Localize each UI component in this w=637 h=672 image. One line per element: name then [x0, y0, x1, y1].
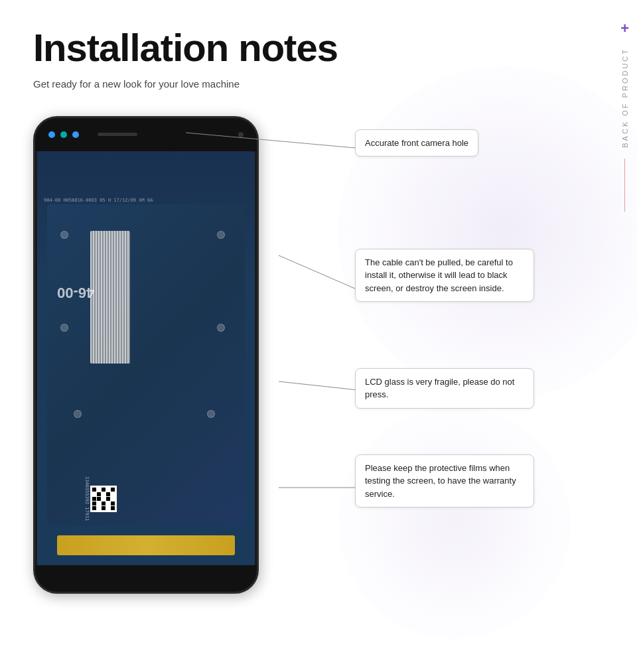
serial-number: 1340355392 17911	[84, 476, 90, 521]
callout-film: Please keep the protective films when te…	[355, 454, 534, 508]
diagram-area: 904-00 H056016-0003 05 H 17/12/09 XM 0A	[33, 116, 604, 614]
qr-cell	[106, 506, 110, 510]
callout-cable: The cable can't be pulled, be careful to…	[355, 249, 534, 302]
qr-cell	[102, 497, 106, 501]
camera-dot-3	[72, 131, 79, 138]
sidebar-right: + BACK OF PRODUCT	[620, 20, 629, 212]
ribbon-cable	[90, 231, 130, 364]
tech-label: 904-00 H056016-0003 05 H 17/12/09 XM 0A	[44, 198, 251, 203]
qr-cell	[106, 502, 110, 505]
qr-cell	[106, 488, 110, 492]
qr-cell	[92, 488, 96, 492]
qr-cell	[111, 502, 115, 505]
pcb-board	[47, 204, 245, 525]
page-subtitle: Get ready for a new look for your love m…	[33, 78, 604, 90]
qr-cell	[111, 488, 115, 492]
pcb-dot-5	[74, 410, 82, 418]
qr-cell	[106, 492, 110, 496]
phone-screen: 904-00 H056016-0003 05 H 17/12/09 XM 0A	[37, 151, 255, 565]
sidebar-divider	[624, 159, 625, 212]
qr-cell	[102, 488, 106, 492]
qr-cell	[102, 502, 106, 505]
qr-cell	[111, 497, 115, 501]
connector-bottom	[57, 535, 235, 555]
pcb-dot-2	[217, 231, 225, 239]
callout-film-text: Please keep the protective films when te…	[365, 463, 516, 499]
qr-cell	[102, 506, 106, 510]
qr-cell	[97, 506, 101, 510]
callout-camera: Accurate front camera hole	[355, 129, 478, 157]
phone-top-bar	[35, 118, 257, 151]
phone-bottom-bar	[35, 565, 257, 592]
qr-cell	[97, 497, 101, 501]
qr-cell	[106, 497, 110, 501]
rotated-label: 46-00	[57, 284, 94, 301]
phone-outer: 904-00 H056016-0003 05 H 17/12/09 XM 0A	[33, 116, 259, 594]
callout-camera-text: Accurate front camera hole	[365, 138, 468, 148]
speaker-bar	[98, 133, 137, 136]
sidebar-vertical-label: BACK OF PRODUCT	[621, 48, 629, 148]
callout-cable-text: The cable can't be pulled, be careful to…	[365, 257, 513, 293]
qr-cell	[92, 502, 96, 505]
qr-cell	[97, 492, 101, 496]
page-title: Installation notes	[33, 27, 604, 69]
qr-cell	[92, 497, 96, 501]
pcb-dot-4	[217, 324, 225, 332]
qr-cell	[102, 492, 106, 496]
qr-cell	[111, 492, 115, 496]
sidebar-plus-icon: +	[620, 20, 629, 37]
main-content: Installation notes Get ready for a new l…	[0, 0, 637, 640]
sensor-dot	[238, 132, 244, 137]
qr-cell	[92, 506, 96, 510]
qr-cell	[97, 488, 101, 492]
qr-cell	[92, 492, 96, 496]
phone-internals: 904-00 H056016-0003 05 H 17/12/09 XM 0A	[37, 151, 255, 565]
callout-lcd-text: LCD glass is very fragile, please do not…	[365, 377, 514, 400]
phone-illustration: 904-00 H056016-0003 05 H 17/12/09 XM 0A	[33, 116, 259, 594]
qr-code	[90, 486, 117, 512]
camera-dot-2	[60, 131, 67, 138]
pcb-dot-3	[60, 324, 68, 332]
qr-cell	[111, 506, 115, 510]
pcb-dot-1	[60, 231, 68, 239]
callout-lcd: LCD glass is very fragile, please do not…	[355, 368, 534, 409]
camera-dot-1	[48, 131, 55, 138]
qr-cell	[97, 502, 101, 505]
pcb-dot-6	[207, 410, 215, 418]
